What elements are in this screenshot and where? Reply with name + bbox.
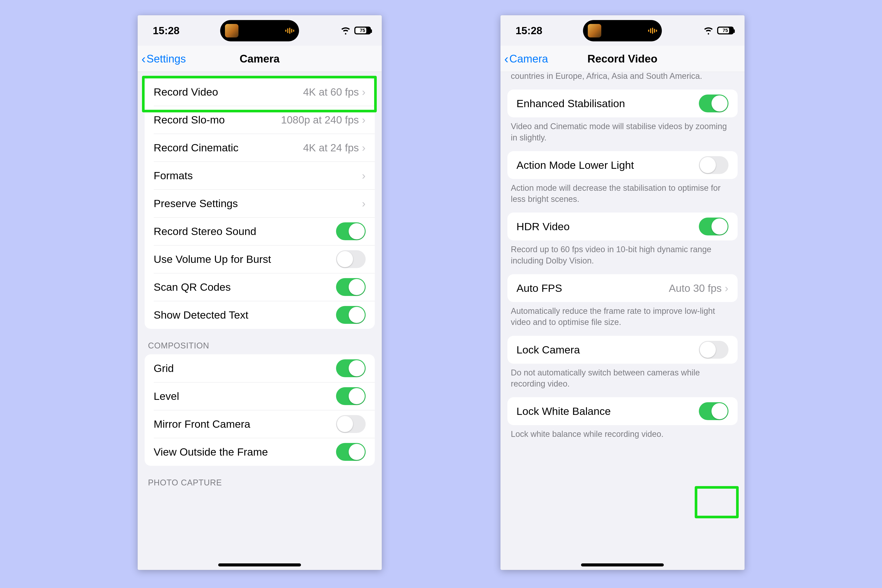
home-indicator[interactable] — [218, 563, 301, 567]
toggle-show-detected-text[interactable] — [336, 306, 366, 324]
footer-enhanced-stabilisation: Video and Cinematic mode will stabilise … — [501, 117, 745, 151]
toggle-mirror-front-camera[interactable] — [336, 415, 366, 433]
home-indicator[interactable] — [581, 563, 664, 567]
row-scan-qr: Scan QR Codes — [145, 273, 375, 301]
section-header-composition: COMPOSITION — [138, 331, 382, 354]
audio-wave-icon — [285, 28, 294, 34]
footer-auto-fps: Automatically reduce the frame rate to i… — [501, 302, 745, 336]
toggle-action-mode-lower-light[interactable] — [699, 156, 729, 174]
now-playing-art — [225, 24, 238, 38]
back-button[interactable]: ‹ Camera — [504, 51, 548, 66]
toggle-scan-qr[interactable] — [336, 278, 366, 296]
chevron-right-icon: › — [362, 141, 366, 154]
toggle-hdr-video[interactable] — [699, 218, 729, 236]
row-lock-white-balance: Lock White Balance — [507, 397, 738, 425]
row-record-cinematic[interactable]: Record Cinematic 4K at 24 fps › — [145, 134, 375, 162]
row-mirror-front-camera: Mirror Front Camera — [145, 410, 375, 438]
row-record-video[interactable]: Record Video 4K at 60 fps › — [145, 78, 375, 106]
back-label: Camera — [509, 52, 548, 65]
toggle-view-outside-frame[interactable] — [336, 443, 366, 461]
status-bar: 15:28 75 — [138, 15, 382, 46]
audio-wave-icon — [648, 28, 657, 34]
toggle-volume-up-burst[interactable] — [336, 250, 366, 268]
page-title: Camera — [240, 52, 279, 65]
group-enhanced-stabilisation: Enhanced Stabilisation — [507, 90, 738, 117]
group-auto-fps: Auto FPS Auto 30 fps › — [507, 274, 738, 302]
wifi-icon — [704, 26, 713, 35]
footer-lock-camera: Do not automatically switch between came… — [501, 364, 745, 398]
group-lock-camera: Lock Camera — [507, 336, 738, 364]
row-lock-camera: Lock Camera — [507, 336, 738, 364]
toggle-lock-camera[interactable] — [699, 341, 729, 358]
row-hdr-video: HDR Video — [507, 213, 738, 240]
row-auto-fps[interactable]: Auto FPS Auto 30 fps › — [507, 274, 738, 302]
chevron-right-icon: › — [362, 197, 366, 210]
page-title: Record Video — [587, 52, 657, 65]
footer-action-mode: Action mode will decrease the stabilisat… — [501, 179, 745, 213]
row-grid: Grid — [145, 354, 375, 382]
battery-indicator: 75 — [717, 27, 734, 34]
group-hdr-video: HDR Video — [507, 213, 738, 240]
chevron-left-icon: ‹ — [141, 51, 146, 66]
phone-record-video: 15:28 75 ‹ Camera Record Video — [501, 15, 745, 570]
footer-hdr-video: Record up to 60 fps video in 10-bit high… — [501, 240, 745, 274]
group-lock-white-balance: Lock White Balance — [507, 397, 738, 425]
dynamic-island[interactable] — [583, 20, 662, 41]
nav-bar: ‹ Settings Camera — [138, 46, 382, 72]
back-label: Settings — [147, 52, 186, 65]
status-time: 15:28 — [516, 25, 543, 37]
chevron-right-icon: › — [362, 169, 366, 182]
section-header-photo-capture: PHOTO CAPTURE — [138, 468, 382, 491]
highlight-lock-white-balance-toggle — [695, 486, 739, 518]
row-record-stereo-sound: Record Stereo Sound — [145, 218, 375, 245]
wifi-icon — [341, 26, 350, 35]
row-show-detected-text: Show Detected Text — [145, 301, 375, 329]
back-button[interactable]: ‹ Settings — [141, 51, 186, 66]
row-record-slomo[interactable]: Record Slo-mo 1080p at 240 fps › — [145, 106, 375, 134]
row-level: Level — [145, 382, 375, 410]
clipped-footer-text: countries in Europe, Africa, Asia and So… — [501, 70, 745, 90]
row-action-mode-lower-light: Action Mode Lower Light — [507, 151, 738, 179]
row-formats[interactable]: Formats › — [145, 162, 375, 189]
footer-lock-white-balance: Lock white balance while recording video… — [501, 425, 745, 447]
battery-indicator: 75 — [354, 27, 371, 34]
chevron-left-icon: ‹ — [504, 51, 508, 66]
row-volume-up-burst: Use Volume Up for Burst — [145, 245, 375, 273]
group-action-mode: Action Mode Lower Light — [507, 151, 738, 179]
dynamic-island[interactable] — [220, 20, 299, 41]
toggle-level[interactable] — [336, 387, 366, 405]
now-playing-art — [588, 24, 601, 38]
toggle-grid[interactable] — [336, 359, 366, 377]
phone-camera-settings: 15:28 75 ‹ Settings Camera — [138, 15, 382, 570]
chevron-right-icon: › — [362, 114, 366, 126]
chevron-right-icon: › — [362, 86, 366, 98]
row-preserve-settings[interactable]: Preserve Settings › — [145, 189, 375, 218]
toggle-lock-white-balance[interactable] — [699, 402, 729, 420]
chevron-right-icon: › — [725, 282, 729, 294]
toggle-record-stereo-sound[interactable] — [336, 222, 366, 240]
row-enhanced-stabilisation: Enhanced Stabilisation — [507, 90, 738, 117]
group-video-settings: Record Video 4K at 60 fps › Record Slo-m… — [145, 78, 375, 329]
nav-bar: ‹ Camera Record Video — [501, 46, 745, 72]
toggle-enhanced-stabilisation[interactable] — [699, 94, 729, 112]
status-time: 15:28 — [153, 25, 180, 37]
group-composition: Grid Level Mirror Front Camera View Outs… — [145, 354, 375, 466]
status-bar: 15:28 75 — [501, 15, 745, 46]
row-view-outside-frame: View Outside the Frame — [145, 438, 375, 466]
